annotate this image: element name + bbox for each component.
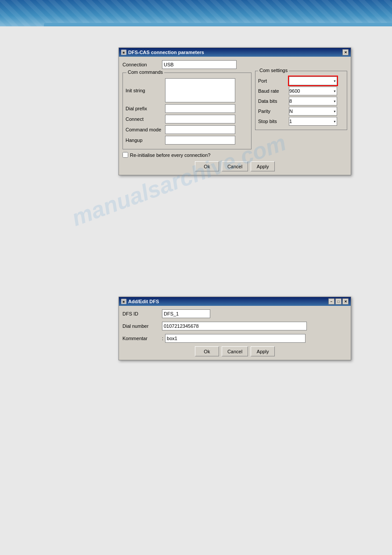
dialog1-buttons: Ok Cancel Apply [122, 161, 347, 171]
dial-number-input[interactable] [162, 322, 307, 330]
dialog1-ok-button[interactable]: Ok [195, 161, 219, 171]
kommentar-label: Kommentar [122, 336, 162, 341]
data-bits-wrapper: 8 7 [289, 97, 337, 105]
dial-prefix-label: Dial prefix [126, 106, 165, 111]
dialog2-ok-button[interactable]: Ok [195, 346, 219, 356]
kommentar-row: Kommentar : [122, 334, 347, 343]
port-select[interactable]: COM1 COM2 COM3 [289, 76, 337, 85]
dialog1-main-layout: Com commands Init string Dial prefix Con… [122, 71, 347, 158]
connection-label: Connection [122, 62, 162, 67]
command-mode-row: Command mode [126, 125, 248, 134]
init-string-input[interactable] [165, 78, 235, 102]
dialog2-titlebar-left: ■ Add/Edit DFS [121, 299, 159, 304]
kommentar-input[interactable] [165, 334, 306, 343]
dialog1-body: Connection Com commands Init string Dial… [119, 57, 351, 175]
com-commands-content: Init string Dial prefix Connect Com [123, 73, 251, 149]
header-accent [44, 23, 392, 26]
baud-rate-row: Baud rate 9600 19200 38400 [258, 87, 344, 95]
dialog1-apply-button[interactable]: Apply [251, 161, 275, 171]
dialog1-right: Com settings Port COM1 COM2 COM3 [255, 71, 347, 158]
connect-input[interactable] [165, 115, 235, 123]
parity-row: Parity N E O [258, 107, 344, 116]
com-commands-legend: Com commands [126, 69, 164, 75]
dial-prefix-input[interactable] [165, 104, 235, 113]
port-row: Port COM1 COM2 COM3 [258, 76, 344, 85]
baud-rate-wrapper: 9600 19200 38400 [289, 87, 337, 95]
header-pattern [0, 0, 392, 26]
stop-bits-row: Stop bits 1 2 [258, 117, 344, 126]
dial-number-row: Dial number [122, 322, 347, 330]
dialog1-title: DFS-CAS connection parameters [128, 50, 204, 55]
dialog2-titlebar-buttons: − □ ✕ [328, 298, 349, 305]
dialog2-minimize-button[interactable]: − [328, 298, 334, 305]
baud-rate-label: Baud rate [258, 88, 289, 94]
dialog1-titlebar-buttons: ✕ [342, 49, 349, 55]
stop-bits-label: Stop bits [258, 119, 289, 124]
dialog1-close-button[interactable]: ✕ [342, 49, 349, 55]
port-label: Port [258, 78, 289, 83]
parity-label: Parity [258, 109, 289, 114]
hangup-input[interactable] [165, 136, 235, 145]
port-select-wrapper: COM1 COM2 COM3 [289, 76, 337, 85]
init-string-row: Init string [126, 78, 248, 102]
hangup-row: Hangup [126, 136, 248, 145]
dialog1-titlebar-left: ■ DFS-CAS connection parameters [121, 50, 204, 55]
header-bar [0, 0, 392, 26]
reinitialise-label: Re-initialise before every connection? [130, 152, 210, 158]
stop-bits-select[interactable]: 1 2 [289, 117, 337, 126]
com-settings-group: Com settings Port COM1 COM2 COM3 [255, 71, 347, 130]
parity-select[interactable]: N E O [289, 107, 337, 116]
com-settings-content: Port COM1 COM2 COM3 [258, 74, 344, 126]
command-mode-label: Command mode [126, 127, 165, 132]
dialog2-titlebar: ■ Add/Edit DFS − □ ✕ [119, 297, 351, 306]
dfs-id-input[interactable] [162, 309, 210, 318]
dialog1-cancel-button[interactable]: Cancel [222, 161, 248, 171]
connection-input[interactable] [162, 60, 237, 69]
dialog2-icon: ■ [121, 299, 126, 304]
dialog2-cancel-button[interactable]: Cancel [222, 346, 248, 356]
data-bits-row: Data bits 8 7 [258, 97, 344, 105]
dialog2-apply-button[interactable]: Apply [251, 346, 275, 356]
kommentar-colon: : [162, 336, 163, 341]
dialog2-close-button[interactable]: ✕ [342, 298, 349, 305]
dialog1-icon: ■ [121, 50, 126, 55]
hangup-label: Hangup [126, 138, 165, 143]
dfs-id-row: DFS ID [122, 309, 347, 318]
parity-wrapper: N E O [289, 107, 337, 116]
data-bits-select[interactable]: 8 7 [289, 97, 337, 105]
connection-row: Connection [122, 60, 347, 69]
dfs-id-label: DFS ID [122, 311, 162, 316]
com-settings-legend: Com settings [258, 68, 289, 73]
dial-prefix-row: Dial prefix [126, 104, 248, 113]
dialog1-left: Com commands Init string Dial prefix Con… [122, 71, 252, 158]
baud-rate-select[interactable]: 9600 19200 38400 [289, 87, 337, 95]
add-edit-dfs-dialog: ■ Add/Edit DFS − □ ✕ DFS ID Dial number … [119, 297, 351, 360]
dialog2-buttons: Ok Cancel Apply [122, 346, 347, 356]
command-mode-input[interactable] [165, 125, 235, 134]
connect-label: Connect [126, 116, 165, 122]
dfs-cas-dialog: ■ DFS-CAS connection parameters ✕ Connec… [119, 47, 351, 175]
dialog2-body: DFS ID Dial number Kommentar : Ok Cancel… [119, 306, 351, 360]
connect-row: Connect [126, 115, 248, 123]
dialog2-maximize-button[interactable]: □ [335, 298, 342, 305]
reinitialise-row: Re-initialise before every connection? [122, 152, 252, 158]
reinitialise-checkbox[interactable] [122, 152, 128, 158]
dialog1-titlebar: ■ DFS-CAS connection parameters ✕ [119, 48, 351, 57]
dialog2-title: Add/Edit DFS [128, 299, 159, 304]
com-commands-group: Com commands Init string Dial prefix Con… [122, 73, 252, 149]
dial-number-label: Dial number [122, 323, 162, 329]
init-string-label: Init string [126, 88, 165, 93]
stop-bits-wrapper: 1 2 [289, 117, 337, 126]
data-bits-label: Data bits [258, 98, 289, 104]
